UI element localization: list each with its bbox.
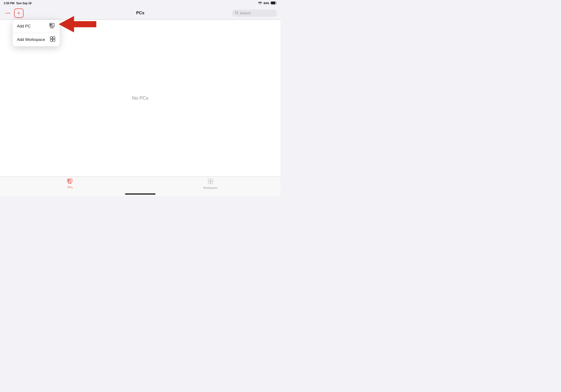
search-bar[interactable]: Search — [232, 10, 277, 17]
svg-rect-1 — [271, 2, 275, 4]
dropdown-menu: Add PC Add Workspace — [13, 20, 60, 46]
tab-pcs[interactable]: PCs — [61, 179, 80, 189]
svg-rect-30 — [208, 182, 210, 184]
tab-bar: PCs Workspaces — [0, 176, 280, 196]
battery-level: 84% — [264, 2, 269, 5]
nav-bar: + PCs Search — [0, 7, 280, 20]
pcs-tab-icon — [67, 179, 73, 185]
add-button[interactable]: + — [14, 9, 23, 18]
status-right: 84% — [258, 1, 277, 5]
red-arrow — [59, 16, 96, 33]
page-title: PCs — [136, 11, 144, 15]
workspace-menu-icon — [50, 36, 55, 43]
add-pc-menu-item[interactable]: Add PC — [13, 20, 60, 33]
svg-point-4 — [9, 13, 10, 14]
status-left: 2:55 PM Sun Sep 19 — [4, 2, 32, 5]
status-bar: 2:55 PM Sun Sep 19 84% — [0, 0, 280, 7]
svg-rect-24 — [68, 180, 69, 181]
wifi-icon — [258, 1, 262, 5]
svg-rect-11 — [50, 24, 52, 26]
add-workspace-menu-item[interactable]: Add Workspace — [13, 33, 60, 46]
svg-rect-18 — [53, 39, 55, 41]
svg-line-6 — [237, 13, 238, 14]
workspaces-tab-label: Workspaces — [203, 186, 217, 189]
add-pc-label: Add PC — [17, 24, 31, 29]
empty-state-label: No PCs — [132, 95, 149, 101]
search-icon — [235, 11, 238, 15]
date: Sun Sep 19 — [16, 2, 32, 5]
svg-rect-31 — [211, 182, 213, 184]
pc-menu-icon — [49, 23, 55, 29]
add-workspace-label: Add Workspace — [17, 37, 45, 42]
pcs-tab-label: PCs — [68, 186, 73, 189]
svg-line-9 — [53, 27, 53, 28]
svg-rect-29 — [211, 179, 213, 181]
svg-marker-19 — [59, 16, 96, 33]
home-indicator — [125, 193, 155, 195]
svg-line-22 — [70, 182, 71, 184]
svg-rect-28 — [208, 179, 210, 181]
svg-line-8 — [51, 27, 51, 28]
svg-line-21 — [69, 182, 69, 184]
svg-point-3 — [8, 13, 9, 14]
search-placeholder: Search — [240, 11, 251, 15]
add-button-label: + — [17, 11, 21, 16]
more-button[interactable] — [4, 9, 12, 17]
svg-rect-15 — [50, 37, 52, 39]
nav-left: + — [4, 9, 23, 18]
battery-icon — [271, 1, 277, 5]
svg-point-2 — [6, 13, 7, 14]
tab-workspaces[interactable]: Workspaces — [201, 179, 220, 189]
workspaces-tab-icon — [208, 179, 213, 186]
time: 2:55 PM — [4, 2, 14, 5]
svg-rect-17 — [50, 39, 52, 41]
svg-rect-16 — [53, 37, 55, 39]
